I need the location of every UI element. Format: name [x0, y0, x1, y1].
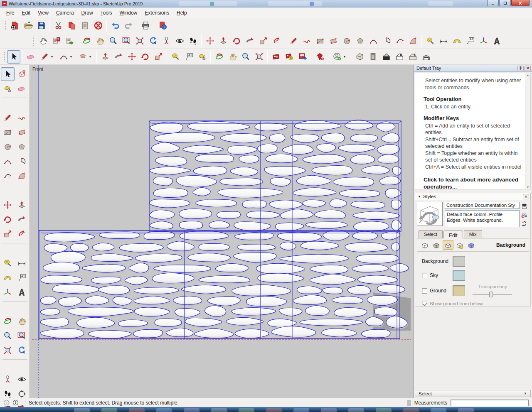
zoom-button[interactable] [1, 329, 15, 343]
select-collapsed-panel[interactable]: Select ▼ [415, 390, 531, 397]
ground-color-swatch[interactable] [453, 285, 465, 296]
taskbar-app-icon[interactable] [101, 408, 117, 412]
ground-checkbox[interactable] [422, 288, 427, 294]
dropdown-arrow-icon[interactable]: ▼ [50, 55, 54, 58]
rectangle-button[interactable] [313, 34, 327, 48]
select-button[interactable] [1, 67, 15, 81]
polygon-button[interactable] [353, 34, 367, 48]
undo-button[interactable] [108, 19, 122, 32]
select-button[interactable] [7, 50, 20, 64]
save-button[interactable] [34, 19, 48, 32]
view-front-button[interactable] [379, 50, 393, 64]
new-button[interactable] [8, 19, 21, 32]
3d-text-button[interactable] [490, 34, 503, 48]
follow-me-button[interactable] [15, 213, 29, 226]
toolbar-grip[interactable] [4, 20, 6, 31]
menu-camera[interactable]: Camera [52, 8, 78, 17]
tray-close-icon[interactable] [525, 66, 531, 71]
eraser-button[interactable] [24, 50, 37, 64]
text-button[interactable]: A1 [463, 34, 477, 48]
ruby-console-button[interactable] [313, 50, 326, 64]
menu-window[interactable]: Window [116, 8, 141, 17]
pan-button[interactable] [15, 314, 29, 328]
arc-2pt-button[interactable] [367, 34, 380, 48]
push-pull-button[interactable] [15, 198, 29, 212]
print-button[interactable] [139, 19, 152, 32]
circle-button[interactable] [1, 140, 15, 154]
zoom-button[interactable] [106, 34, 120, 48]
get-models-button[interactable]: $ [283, 50, 296, 64]
position-camera-button[interactable] [160, 34, 173, 48]
close-button[interactable] [511, 0, 530, 6]
rotate-button[interactable] [138, 50, 152, 64]
styles-panel-header[interactable]: ▼ Styles [415, 193, 531, 200]
instructor-scrollbar[interactable]: ▲ ▼ [525, 73, 530, 189]
menu-tools[interactable]: Tools [97, 8, 116, 17]
style-name-input[interactable]: Construction Documentation Sty [445, 202, 520, 209]
dimension-button[interactable] [437, 34, 450, 48]
viewport-canvas[interactable] [30, 65, 413, 398]
dropdown-arrow-icon[interactable]: ▼ [342, 55, 347, 58]
offset-button[interactable] [15, 227, 29, 241]
slider-thumb[interactable] [489, 292, 493, 297]
protractor-button[interactable] [450, 34, 463, 48]
polygon-button[interactable] [15, 140, 29, 154]
copy-button[interactable] [65, 19, 78, 32]
section-plane-button[interactable] [15, 387, 29, 401]
move-button[interactable] [1, 198, 15, 212]
view-right-button[interactable] [393, 50, 406, 64]
viewport[interactable]: Front [30, 65, 414, 398]
create-new-style-icon[interactable] [520, 211, 528, 218]
line-button[interactable]: ▼ [37, 50, 57, 64]
pan-button[interactable] [93, 34, 106, 48]
move-button[interactable] [125, 50, 138, 64]
tape-measure-button[interactable] [1, 256, 15, 270]
look-around-button[interactable] [173, 34, 186, 48]
shapes-button[interactable]: ▼ [76, 50, 95, 64]
circle-button[interactable] [340, 34, 353, 48]
taskbar-app-icon[interactable] [239, 408, 254, 412]
offset-button[interactable] [270, 34, 283, 48]
paint-bucket-button[interactable] [1, 82, 15, 96]
zoom-extents-button[interactable] [133, 34, 146, 48]
person-button[interactable]: ▼ [330, 50, 349, 64]
tape-measure-button[interactable] [169, 50, 182, 64]
line-button[interactable] [1, 111, 15, 125]
arc-2pt-button[interactable] [1, 154, 15, 168]
view-back-button[interactable] [406, 50, 419, 64]
menu-draw[interactable]: Draw [78, 8, 97, 17]
dropdown-arrow-icon[interactable]: ▼ [69, 55, 73, 58]
menu-extensions[interactable]: Extensions [141, 8, 173, 17]
tab-select[interactable]: Select [419, 230, 443, 238]
interact-button[interactable] [36, 34, 49, 48]
taskbar-app-icon[interactable] [431, 408, 446, 412]
taskbar-app-icon[interactable] [184, 408, 200, 412]
arc-3pt-button[interactable] [393, 34, 406, 48]
toolbar-grip[interactable] [3, 52, 5, 62]
paint-bucket-button[interactable] [195, 50, 209, 64]
taskbar-app-icon[interactable] [156, 408, 172, 412]
edge-settings-button[interactable] [419, 240, 430, 250]
menu-help[interactable]: Help [173, 8, 191, 17]
pin-icon[interactable] [517, 66, 524, 71]
taskbar-app-icon[interactable] [129, 408, 145, 412]
paste-button[interactable] [78, 19, 91, 32]
orbit-button[interactable] [80, 34, 93, 48]
scale-button[interactable] [1, 227, 15, 241]
style-thumbnail[interactable] [417, 202, 443, 226]
orbit-button[interactable] [1, 314, 15, 328]
windows-taskbar[interactable] [0, 407, 532, 412]
open-button[interactable] [21, 19, 34, 32]
walk-button[interactable] [186, 34, 200, 48]
text-button[interactable]: A1 [15, 271, 29, 284]
secondary-pane-icon[interactable] [520, 202, 528, 210]
taskbar-app-icon[interactable] [74, 408, 90, 412]
scale-button[interactable] [152, 50, 165, 64]
tape-measure-button[interactable] [424, 34, 437, 48]
rotate-button[interactable] [230, 34, 243, 48]
maximize-button[interactable] [499, 0, 511, 6]
component-attributes-button[interactable] [63, 34, 76, 48]
freehand-button[interactable] [15, 111, 29, 125]
sky-checkbox[interactable] [422, 273, 427, 278]
advanced-operations-link[interactable]: Click to learn about more advanced opera… [424, 176, 522, 189]
